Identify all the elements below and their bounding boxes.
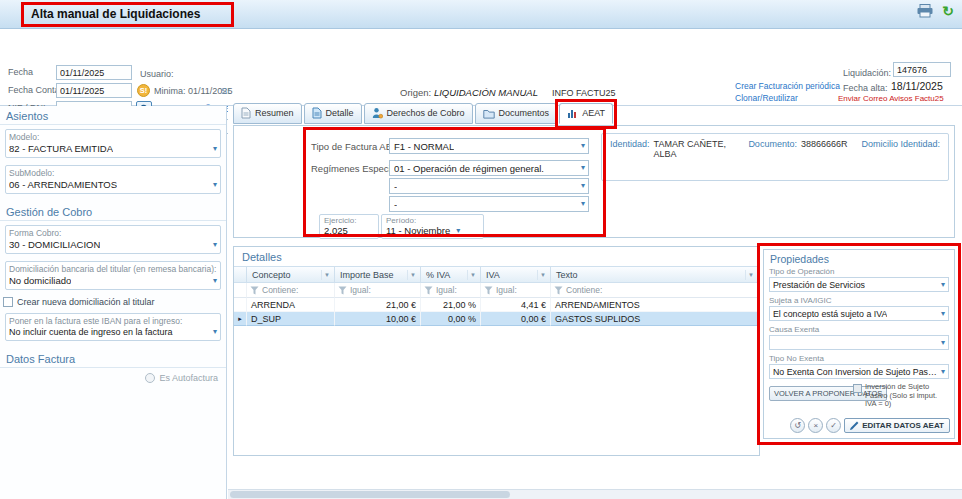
- column-header-pct-iva[interactable]: % IVA ▼: [421, 266, 481, 283]
- filter-dropdown-icon[interactable]: ▼: [467, 270, 478, 280]
- crear-domiciliacion-checkbox[interactable]: [3, 297, 13, 307]
- undo-icon: ↺: [794, 421, 801, 430]
- filter-dropdown-icon[interactable]: ▼: [321, 270, 332, 280]
- cell-pct-iva[interactable]: 21,00 %: [421, 298, 481, 312]
- selected-value: 11 - Noviembre: [386, 225, 450, 236]
- column-header-marker: [234, 266, 247, 283]
- table-filter-row: Contiene: Igual: Igual: Igual: Contiene:: [234, 283, 759, 298]
- tab-documentos[interactable]: Documentos: [475, 103, 558, 124]
- tipo-no-exenta-select[interactable]: No Exenta Con Inversion de Sujeto Pasivo…: [769, 364, 949, 379]
- tab-detalle[interactable]: Detalle: [304, 103, 362, 124]
- modelo-label: Modelo:: [9, 132, 217, 142]
- tab-label: Detalle: [326, 108, 354, 118]
- app-window: Alta manual de Liquidaciones ↻ Fecha Usu…: [0, 0, 962, 499]
- liquidacion-input[interactable]: [893, 62, 951, 77]
- crear-domiciliacion-checkbox-row: Crear nueva domiciliación al titular: [3, 297, 221, 307]
- cell-iva[interactable]: 4,41 €: [481, 298, 551, 312]
- fecha-contable-input[interactable]: [56, 83, 132, 98]
- modelo-select[interactable]: 82 - FACTURA EMITIDA ▾: [9, 143, 217, 154]
- tab-aeat[interactable]: AEAT: [559, 103, 613, 124]
- column-header-concepto[interactable]: Concepto ▼: [247, 266, 335, 283]
- ejercicio-field: Ejercicio: 2.025: [319, 214, 379, 239]
- filter-cell-concepto[interactable]: Contiene:: [247, 283, 335, 298]
- print-button[interactable]: [916, 4, 934, 18]
- filter-dropdown-icon[interactable]: ▼: [537, 270, 548, 280]
- pencil-icon: [850, 421, 859, 430]
- filter-cell-iva[interactable]: Igual:: [481, 283, 551, 298]
- domiciliacion-select[interactable]: No domiciliado ▾: [9, 275, 217, 286]
- cell-iva[interactable]: 0,00 €: [481, 312, 551, 326]
- ejercicio-input[interactable]: 2.025: [324, 225, 374, 236]
- chevron-down-icon: ▾: [941, 339, 945, 347]
- crear-facturacion-periodica-link[interactable]: Crear Facturación periódica: [735, 80, 840, 92]
- column-header-texto[interactable]: Texto ▼: [551, 266, 759, 283]
- horizontal-scrollbar[interactable]: [228, 489, 962, 499]
- enviar-correo-avisos-link[interactable]: Enviar Correo Avisos Factu25: [838, 93, 959, 105]
- cell-concepto[interactable]: D_SUP: [247, 312, 335, 326]
- filter-dropdown-icon[interactable]: ▼: [745, 270, 756, 280]
- filter-cell-importe-base[interactable]: Igual:: [335, 283, 421, 298]
- regimenes-select-2[interactable]: - ▾: [389, 178, 589, 194]
- asientos-section-title: Asientos: [0, 106, 226, 125]
- documento-value: 38866666R: [801, 139, 848, 175]
- clonar-reutilizar-link[interactable]: Clonar/Reutilizar: [735, 92, 840, 104]
- inversion-sujeto-pasivo-label: Inversión de Sujeto Pasivo (Solo si impu…: [865, 383, 950, 409]
- tab-resumen[interactable]: Resumen: [233, 103, 302, 124]
- scrollbar-thumb[interactable]: [230, 491, 510, 498]
- main-content: Resumen Detalle Derechos de Cobro: [228, 106, 962, 499]
- table-row-selected[interactable]: ▸ D_SUP 10,00 € 0,00 % 0,00 € GASTOS SUP…: [234, 312, 759, 326]
- propiedades-panel: Propiedades Tipo de Operación Prestación…: [763, 249, 955, 439]
- filter-dropdown-icon[interactable]: ▼: [407, 270, 418, 280]
- cell-texto[interactable]: GASTOS SUPLIDOS: [551, 312, 759, 326]
- undo-button[interactable]: ↺: [790, 418, 805, 433]
- identidad-label: Identidad:: [610, 139, 650, 175]
- cell-pct-iva[interactable]: 0,00 %: [421, 312, 481, 326]
- tipo-operacion-field: Tipo de Operación Prestación de Servicio…: [769, 267, 949, 292]
- tipo-factura-select[interactable]: F1 - NORMAL ▾: [389, 138, 589, 154]
- tipo-operacion-select[interactable]: Prestación de Servicios ▾: [769, 277, 949, 292]
- inversion-sujeto-pasivo-checkbox[interactable]: [853, 384, 862, 393]
- es-autofactura-checkbox[interactable]: [145, 373, 155, 383]
- titlebar-icons: ↻: [916, 4, 954, 18]
- forma-cobro-select[interactable]: 30 - DOMICILIACION ▾: [9, 239, 217, 250]
- sync-button[interactable]: ↻: [942, 4, 954, 18]
- delete-button[interactable]: ×: [808, 418, 823, 433]
- column-header-iva[interactable]: IVA ▼: [481, 266, 551, 283]
- sujeta-iva-select[interactable]: El concepto está sujeto a IVA ▾: [769, 306, 949, 321]
- aeat-panel: Tipo de Factura AEAT: F1 - NORMAL ▾ Regí…: [233, 125, 955, 238]
- selected-value: El concepto está sujeto a IVA: [773, 309, 887, 319]
- periodo-select[interactable]: 11 - Noviembre ▾: [386, 225, 479, 236]
- submodelo-field: SubModelo: 06 - ARRENDAMIENTOS ▾: [5, 165, 221, 194]
- periodo-label: Período:: [386, 216, 479, 225]
- filter-funnel-icon: [554, 286, 563, 295]
- filter-operator: Contiene:: [566, 285, 602, 295]
- cell-importe-base[interactable]: 10,00 €: [335, 312, 421, 326]
- cell-importe-base[interactable]: 21,00 €: [335, 298, 421, 312]
- editar-datos-aeat-button[interactable]: EDITAR DATOS AEAT: [844, 418, 950, 433]
- cell-texto[interactable]: ARRENDAMIENTOS: [551, 298, 759, 312]
- filter-cell-pct-iva[interactable]: Igual:: [421, 283, 481, 298]
- inversion-sujeto-pasivo-row: Inversión de Sujeto Pasivo (Solo si impu…: [853, 383, 950, 409]
- fecha-label: Fecha: [8, 65, 33, 79]
- cell-concepto[interactable]: ARRENDA: [247, 298, 335, 312]
- submodelo-select[interactable]: 06 - ARRENDAMIENTOS ▾: [9, 179, 217, 190]
- table-row[interactable]: ARRENDA 21,00 € 21,00 % 4,41 € ARRENDAMI…: [234, 298, 759, 312]
- table-header-row: Concepto ▼ Importe Base ▼ % IVA ▼ IVA ▼ …: [234, 266, 759, 283]
- regimenes-select-1[interactable]: 01 - Operación de régimen general. ▾: [389, 160, 589, 176]
- confirm-button[interactable]: ✓: [826, 418, 841, 433]
- tipo-operacion-label: Tipo de Operación: [769, 267, 949, 276]
- fecha-input[interactable]: [56, 65, 132, 80]
- filter-cell-texto[interactable]: Contiene:: [551, 283, 759, 298]
- chevron-down-icon: ▾: [941, 281, 945, 289]
- regimenes-select-3[interactable]: - ▾: [389, 196, 589, 212]
- documento-label: Documento:: [748, 139, 797, 175]
- ejercicio-periodo-row: Ejercicio: 2.025 Período: 11 - Noviembre…: [319, 214, 484, 239]
- tab-derechos-de-cobro[interactable]: Derechos de Cobro: [364, 103, 473, 124]
- origen-label: Origen:: [400, 87, 431, 98]
- es-autofactura-label: Es Autofactura: [159, 373, 218, 383]
- chevron-down-icon: ▾: [213, 181, 217, 189]
- causa-exenta-select[interactable]: ▾: [769, 335, 949, 350]
- column-header-importe-base[interactable]: Importe Base ▼: [335, 266, 421, 283]
- iban-select[interactable]: No incluir cuenta de ingreso en la factu…: [9, 327, 217, 337]
- tab-label: Derechos de Cobro: [387, 108, 465, 118]
